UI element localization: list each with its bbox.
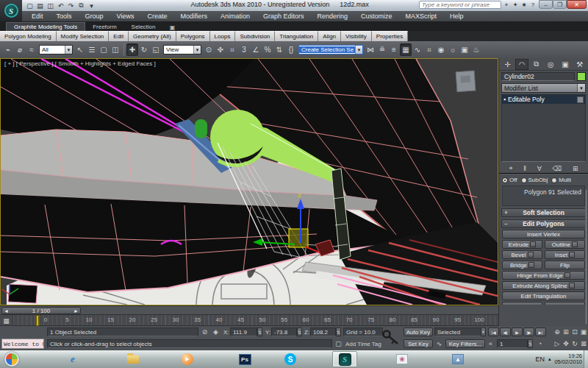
stack-visibility-icon[interactable]	[577, 96, 584, 103]
pan-icon[interactable]: ✥	[562, 339, 570, 348]
menu-views[interactable]: Views	[110, 11, 141, 21]
window-crossing-icon[interactable]: ◫	[110, 43, 121, 56]
menu-edit[interactable]: Edit	[25, 11, 50, 21]
tab-utilities[interactable]: ⚒	[573, 59, 587, 70]
key-filters-button[interactable]: Key Filters...	[445, 339, 485, 348]
taskbar-paint[interactable]: ❀	[390, 351, 415, 367]
mode-subobj[interactable]: SubObj	[521, 177, 548, 183]
frame-spinner[interactable]: ⇅	[528, 339, 533, 348]
subtab-triangulation[interactable]: Triangulation	[275, 31, 318, 41]
retriangulate-button[interactable]	[502, 302, 542, 305]
pin-stack-icon[interactable]: ⌖	[509, 164, 512, 172]
play-button[interactable]: ▶	[512, 328, 523, 336]
bevel-button[interactable]: Bevel	[502, 250, 542, 259]
material-editor-icon[interactable]: ◉	[435, 43, 447, 56]
make-unique-icon[interactable]: ∀	[537, 165, 542, 172]
zoom-icon[interactable]: ⊕	[553, 328, 562, 336]
select-by-name-icon[interactable]: ☰	[86, 43, 98, 56]
menu-create[interactable]: Create	[140, 11, 173, 21]
bridge-button[interactable]: Bridge	[502, 261, 542, 269]
flip-button[interactable]: Flip	[545, 261, 585, 269]
tab-display[interactable]: ▣	[559, 59, 573, 70]
tray-expand-icon[interactable]: ▴	[548, 356, 551, 362]
selected-set-dropdown[interactable]: Selected	[434, 328, 486, 336]
subtab-subdivision[interactable]: Subdivision	[235, 31, 275, 41]
unlink-selection-icon[interactable]: ⌀	[14, 43, 26, 56]
configure-modifier-sets-icon[interactable]: ⊞	[573, 165, 578, 172]
current-frame-field[interactable]: 1	[497, 339, 528, 348]
isolate-icon[interactable]: ▢	[334, 339, 343, 348]
show-desktop-button[interactable]	[584, 350, 588, 368]
time-slider-handle[interactable]: ◄ 1 / 100 ►	[1, 307, 81, 314]
taskbar-image-viewer[interactable]: ▲	[445, 351, 470, 367]
menu-animation[interactable]: Animation	[214, 11, 257, 21]
application-menu-button[interactable]: S	[0, 0, 22, 21]
spinner-snap-icon[interactable]: ⇅	[273, 43, 285, 56]
menu-rendering[interactable]: Rendering	[311, 11, 355, 21]
snap-toggle-3d-icon[interactable]: 3	[238, 43, 250, 56]
add-time-tag[interactable]: Add Time Tag	[345, 341, 381, 347]
subtab-edit[interactable]: Edit	[109, 31, 129, 41]
infocenter-search-icon[interactable]: ⌖	[503, 1, 510, 9]
select-and-move-icon[interactable]: ✚	[126, 43, 138, 56]
rollout-edit-polygons[interactable]: −Edit Polygons	[501, 219, 586, 228]
rendered-frame-icon[interactable]: ▣	[459, 43, 470, 56]
tab-motion[interactable]: ◎	[544, 59, 558, 70]
bevel-settings-icon[interactable]	[528, 252, 534, 258]
menu-help[interactable]: Help	[443, 11, 470, 21]
track-bar-ruler[interactable]: 0510152025303540455055606570758085909510…	[13, 315, 498, 325]
selection-lock-icon[interactable]: ⊘	[200, 328, 209, 336]
x-spinner[interactable]: ⇅	[257, 328, 262, 336]
select-and-link-icon[interactable]: ⌁	[2, 43, 14, 56]
edit-triangulation-button[interactable]: Edit Triangulation	[502, 291, 585, 300]
menu-tools[interactable]: Tools	[50, 11, 79, 21]
render-production-icon[interactable]: ♨	[470, 43, 482, 56]
restore-button[interactable]: ❐	[553, 0, 567, 9]
expand-icon[interactable]: +	[502, 209, 510, 216]
taskbar-explorer[interactable]	[121, 351, 146, 367]
save-file-icon[interactable]: ◫	[46, 1, 55, 10]
selection-filter-dropdown[interactable]: All▼	[39, 45, 73, 54]
menu-maxscript[interactable]: MAXScript	[399, 11, 444, 21]
schematic-view-icon[interactable]: ⌗	[423, 43, 435, 56]
previous-frame-button[interactable]: ◀|	[500, 328, 511, 336]
go-to-end-button[interactable]: ▶|	[535, 328, 546, 336]
taskbar-photoshop[interactable]: Ps	[232, 351, 257, 367]
select-and-rotate-icon[interactable]: ↻	[138, 43, 150, 56]
object-color-swatch[interactable]	[577, 72, 586, 81]
subtab-geometry-all[interactable]: Geometry (All)	[129, 31, 176, 41]
taskbar-3dsmax-active[interactable]: S	[332, 351, 357, 367]
new-scene-icon[interactable]: ▢	[25, 1, 35, 10]
subtab-polygon-modeling[interactable]: Polygon Modeling	[0, 31, 57, 41]
language-indicator[interactable]: EN	[535, 355, 545, 363]
keyboard-override-icon[interactable]: ⌗	[226, 43, 238, 56]
z-spinner[interactable]: ⇅	[336, 328, 341, 336]
redo-icon[interactable]: ↷	[66, 1, 76, 10]
menu-modifiers[interactable]: Modifiers	[173, 11, 214, 21]
rectangular-selection-icon[interactable]: ▢	[98, 43, 110, 56]
track-bar[interactable]: ▦ 05101520253035404550556065707580859095…	[0, 315, 498, 326]
align-icon[interactable]: ≞	[376, 43, 388, 56]
hinge-settings-icon[interactable]	[564, 272, 570, 278]
modifier-stack[interactable]: ▪ Editable Poly	[501, 94, 586, 162]
hinge-from-edge-button[interactable]: Hinge From Edge	[502, 271, 585, 280]
set-keys-key-icon[interactable]	[381, 328, 401, 348]
select-and-scale-icon[interactable]: ◱	[150, 43, 162, 56]
bridge-settings-icon[interactable]	[528, 262, 534, 268]
inset-settings-icon[interactable]	[569, 252, 575, 258]
orbit-icon[interactable]: ↻	[570, 339, 579, 348]
curve-editor-icon[interactable]: ∿	[412, 43, 423, 56]
subtab-modify-selection[interactable]: Modify Selection	[57, 31, 110, 41]
inset-button[interactable]: Inset	[545, 250, 585, 259]
percent-snap-icon[interactable]: %	[262, 43, 273, 56]
outline-settings-icon[interactable]	[572, 241, 578, 247]
time-configuration-icon[interactable]: ◔	[535, 339, 545, 348]
menu-graph-editors[interactable]: Graph Editors	[257, 11, 311, 21]
time-caret[interactable]	[36, 315, 39, 326]
time-slider[interactable]: ◄ 1 / 100 ►	[0, 305, 498, 315]
rollout-soft-selection[interactable]: +Soft Selection	[501, 208, 586, 217]
render-setup-icon[interactable]: ☼	[447, 43, 459, 56]
fetch-icon[interactable]: ⧉	[76, 1, 86, 10]
mode-off[interactable]: Off	[502, 177, 517, 183]
subtab-properties[interactable]: Properties	[372, 31, 408, 41]
